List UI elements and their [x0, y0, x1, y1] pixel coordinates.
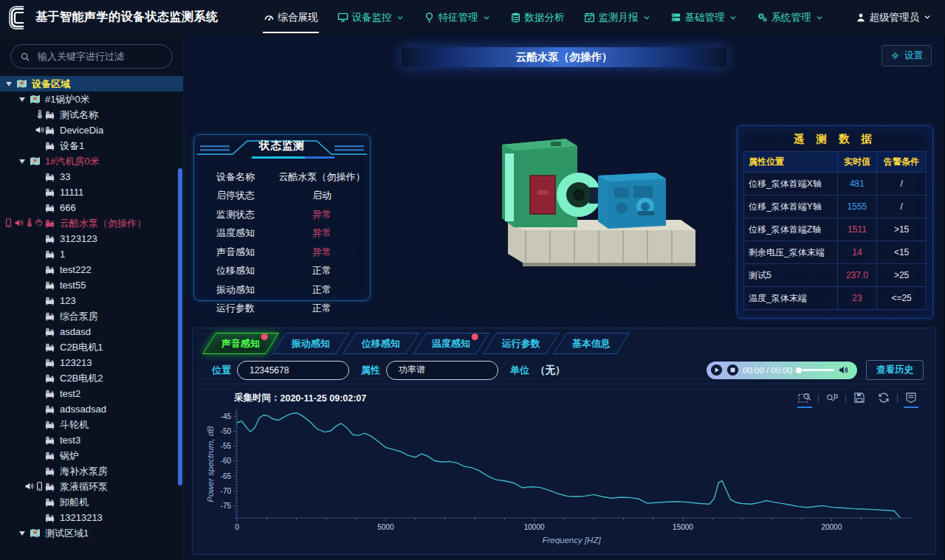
- search-input[interactable]: [36, 50, 163, 63]
- tab-label: 温度感知: [432, 337, 470, 350]
- save-image-icon[interactable]: [853, 392, 866, 404]
- svg-text:-55: -55: [221, 442, 232, 450]
- tree-item-label: 综合泵房: [60, 310, 98, 323]
- tree-item[interactable]: #1锅炉0米: [0, 91, 183, 107]
- tree-expand-caret[interactable]: [19, 97, 25, 102]
- attribute-select[interactable]: 功率谱: [386, 361, 498, 380]
- nav-item-feature-mgmt[interactable]: 特征管理: [414, 0, 501, 35]
- user-menu[interactable]: 超级管理员: [856, 11, 934, 24]
- tree-item[interactable]: adssadsad: [0, 401, 183, 417]
- tree-item[interactable]: 海补水泵房: [0, 463, 183, 479]
- status-label: 运行参数: [194, 302, 274, 315]
- tree-item[interactable]: C2B电机1: [0, 339, 183, 355]
- spectrum-chart[interactable]: 05000100001500020000-45-50-55-60-65-70-7…: [202, 406, 928, 553]
- tree-item-label: test55: [60, 280, 86, 291]
- device-icon: [44, 420, 55, 429]
- tree-item[interactable]: 测试区域1: [0, 525, 183, 541]
- tree-item[interactable]: 666: [0, 200, 183, 215]
- tree-item[interactable]: test3: [0, 432, 183, 448]
- settings-button[interactable]: 设置: [882, 45, 932, 66]
- calendar-icon: [584, 12, 595, 23]
- tree-expand-caret[interactable]: [19, 531, 25, 536]
- tree-item[interactable]: 浆液循环泵: [0, 479, 183, 494]
- device-icon: [44, 451, 55, 460]
- tree-item-label: 13213213: [60, 512, 103, 523]
- tree-item[interactable]: test55: [0, 277, 183, 293]
- equipment-3d-model[interactable]: [480, 108, 718, 288]
- zoom-reset-icon[interactable]: [825, 392, 839, 404]
- sidebar-scrollbar[interactable]: [178, 168, 182, 485]
- volume-icon[interactable]: [838, 364, 849, 376]
- chart-toolbox: [798, 392, 918, 404]
- tree-item[interactable]: 3123123: [0, 231, 183, 246]
- tab-vibration[interactable]: 振动感知: [272, 333, 349, 354]
- tree-item[interactable]: 1: [0, 246, 183, 262]
- player-seek-slider[interactable]: [796, 367, 834, 373]
- status-value: 正常: [274, 264, 370, 277]
- tree-expand-caret[interactable]: [6, 82, 12, 86]
- tab-displacement[interactable]: 位移感知: [343, 333, 419, 354]
- tree-item[interactable]: 测试名称: [0, 107, 183, 122]
- tree-item[interactable]: test2: [0, 386, 183, 401]
- tree-item[interactable]: 设备区域: [0, 76, 183, 91]
- svg-text:-45: -45: [221, 412, 232, 421]
- tree-item[interactable]: 13213213: [0, 510, 183, 525]
- tree-item[interactable]: 综合泵房: [0, 308, 183, 324]
- tree-item-label: test2: [60, 388, 80, 399]
- telemetry-condition: <=25: [877, 287, 927, 310]
- status-row: 启停状态启动: [194, 187, 370, 206]
- tab-basic-info[interactable]: 基本信息: [553, 333, 630, 354]
- device-icon: [44, 296, 55, 305]
- tree-item[interactable]: 斗轮机: [0, 417, 183, 432]
- tree-item[interactable]: DeviceDia: [0, 122, 183, 138]
- tree-expand-caret[interactable]: [19, 159, 25, 164]
- device-icon: [44, 435, 55, 445]
- device-icon: [44, 358, 55, 367]
- nav-item-overview[interactable]: 综合展现: [254, 0, 328, 35]
- status-label: 温度感知: [194, 227, 274, 240]
- telemetry-header-cell: 告警条件: [877, 152, 927, 173]
- sensor-toolbar: 位置 12345678 属性 功率谱 单位 （无） 0: [193, 356, 935, 384]
- telemetry-name: 位移_泵体首端Y轴: [744, 196, 838, 218]
- chevron-down-icon: [396, 13, 405, 22]
- status-value: 异常: [274, 227, 370, 240]
- tree-item[interactable]: 123213: [0, 355, 183, 370]
- chevron-down-icon: [482, 13, 491, 22]
- tab-running-params[interactable]: 运行参数: [483, 333, 560, 354]
- tree-item[interactable]: 33: [0, 169, 183, 184]
- status-row: 位移感知正常: [194, 262, 370, 281]
- tree-item-label: 123213: [60, 357, 92, 368]
- position-select[interactable]: 12345678: [237, 361, 349, 380]
- tree-item[interactable]: 11111: [0, 184, 183, 200]
- tree-item[interactable]: asdasd: [0, 324, 183, 339]
- hand-icon: [35, 218, 44, 228]
- nav-item-data-analysis[interactable]: 数据分析: [501, 0, 574, 35]
- svg-text:20000: 20000: [821, 523, 842, 531]
- tree-item[interactable]: 锅炉: [0, 448, 183, 463]
- nav-item-system-mgmt[interactable]: 系统管理: [747, 0, 834, 35]
- play-button[interactable]: [710, 364, 723, 376]
- nav-item-device-monitor[interactable]: 设备监控: [328, 0, 414, 35]
- tree-item-label: asdasd: [60, 326, 91, 337]
- tree-item[interactable]: 设备1: [0, 138, 183, 153]
- bulb-icon: [424, 12, 435, 23]
- svg-text:15000: 15000: [673, 523, 693, 531]
- tree-item[interactable]: C2B电机2: [0, 370, 183, 386]
- tab-temperature[interactable]: 温度感知: [413, 333, 489, 354]
- tree-item[interactable]: test222: [0, 262, 183, 277]
- svg-text:-50: -50: [221, 427, 232, 435]
- view-history-button[interactable]: 查看历史: [866, 360, 924, 380]
- tree-item[interactable]: 云酷水泵（勿操作）: [0, 215, 183, 231]
- tree-item-label: DeviceDia: [60, 125, 103, 136]
- restore-icon[interactable]: [877, 392, 890, 404]
- data-zoom-icon[interactable]: [798, 392, 811, 404]
- tree-item[interactable]: 卸船机: [0, 494, 183, 510]
- tree-item[interactable]: 1#汽机房0米: [0, 153, 183, 169]
- tree-item[interactable]: 123: [0, 293, 183, 308]
- tab-sound[interactable]: 声音感知: [202, 333, 279, 354]
- stop-button[interactable]: [726, 364, 739, 376]
- nav-item-basic-mgmt[interactable]: 基础管理: [661, 0, 747, 35]
- telemetry-condition: >15: [877, 218, 927, 241]
- data-view-icon[interactable]: [904, 392, 918, 404]
- nav-item-monthly-report[interactable]: 监测月报: [574, 0, 661, 35]
